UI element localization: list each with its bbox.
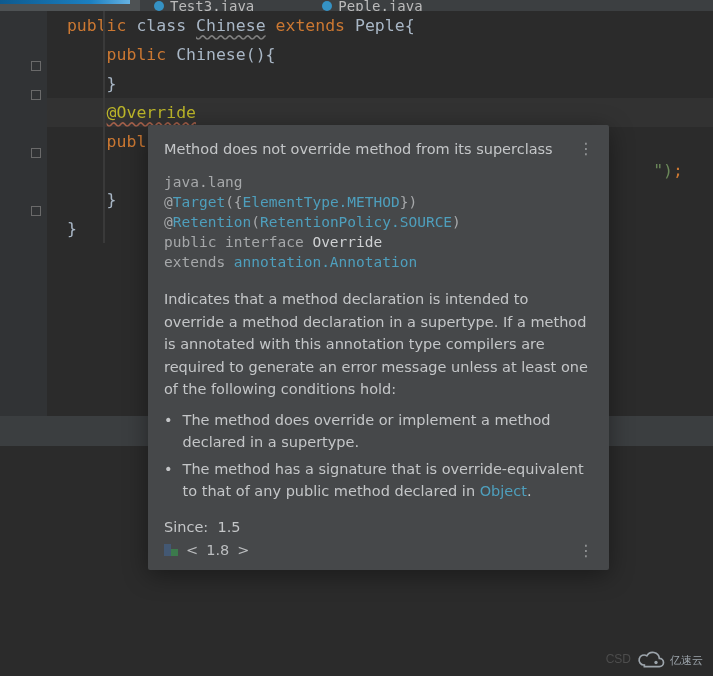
tab-item-3[interactable]: Peple.java — [308, 0, 436, 11]
since-row: Since: 1.5 — [148, 505, 609, 537]
code-line: } — [47, 69, 713, 98]
java-file-icon — [322, 1, 332, 11]
language-level-nav: < 1.8 > — [164, 542, 249, 558]
popup-footer: < 1.8 > ⋮ — [148, 537, 609, 570]
list-item: • The method does override or implement … — [164, 407, 593, 456]
code-line: public Chinese(){ — [47, 40, 713, 69]
doc-popup: Method does not override method from its… — [148, 125, 609, 570]
fold-toggle-icon[interactable] — [31, 90, 41, 100]
list-item: • The method has a signature that is ove… — [164, 456, 593, 505]
more-actions-icon[interactable]: ⋮ — [574, 541, 599, 560]
nav-prev[interactable]: < — [186, 542, 198, 558]
gutter — [0, 11, 47, 416]
nav-version: 1.8 — [206, 542, 229, 558]
bullet-icon: • — [164, 409, 173, 454]
bullet-icon: • — [164, 458, 173, 503]
loading-progress — [0, 0, 130, 4]
svg-point-0 — [654, 661, 657, 664]
tab-bar: Test3.java Peple.java — [0, 0, 713, 11]
object-link[interactable]: Object — [480, 483, 527, 499]
popup-description: Indicates that a method declaration is i… — [148, 276, 609, 403]
code-line: public class Chinese extends Peple{ — [47, 11, 713, 40]
java-file-icon — [154, 1, 164, 11]
language-level-icon — [164, 544, 178, 556]
cloud-icon — [636, 650, 666, 670]
fold-toggle-icon[interactable] — [31, 206, 41, 216]
popup-title: Method does not override method from its… — [164, 141, 553, 157]
nav-next[interactable]: > — [237, 542, 249, 558]
popup-signature: java.lang @Target({ElementType.METHOD}) … — [148, 172, 609, 276]
tab-item-2[interactable]: Test3.java — [140, 0, 268, 11]
fold-toggle-icon[interactable] — [31, 61, 41, 71]
fold-toggle-icon[interactable] — [31, 148, 41, 158]
popup-header: Method does not override method from its… — [148, 125, 609, 172]
csd-label: CSD — [606, 652, 631, 666]
more-actions-icon[interactable]: ⋮ — [574, 139, 599, 158]
watermark: 亿速云 — [636, 650, 703, 670]
code-line-highlighted: @Override — [47, 98, 713, 127]
popup-list: • The method does override or implement … — [148, 403, 609, 505]
